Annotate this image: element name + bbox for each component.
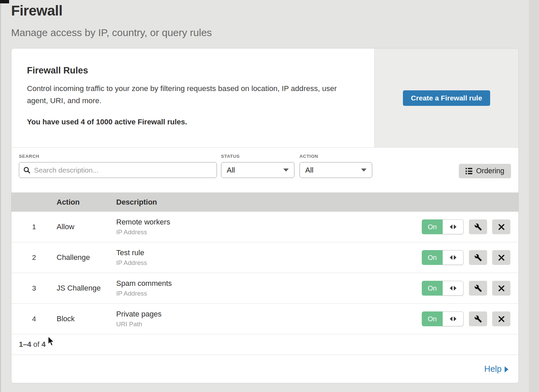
action-dropdown-value: All [305, 166, 313, 175]
table-row: 1 Allow Remote workers IP Address On [11, 212, 518, 242]
rule-description: Remote workers [116, 218, 422, 227]
rule-action: JS Challenge [57, 284, 116, 293]
create-rule-panel: Create a Firewall rule [374, 49, 518, 147]
rule-enable-toggle[interactable]: On [422, 281, 464, 296]
wrench-icon [474, 223, 482, 231]
rule-description-cell: Private pages URI Path [116, 310, 422, 328]
toggle-arrows-icon [443, 281, 464, 296]
page-right-edge [529, 0, 539, 392]
rule-description-cell: Remote workers IP Address [116, 218, 422, 236]
rule-match-type: URI Path [116, 321, 422, 328]
close-icon [498, 315, 505, 323]
toggle-arrows-icon [443, 250, 464, 265]
edit-rule-button[interactable] [469, 250, 487, 265]
status-dropdown[interactable]: All [221, 162, 294, 178]
rule-priority: 4 [11, 315, 57, 323]
rule-action: Allow [57, 222, 116, 231]
page-title: Firewall [11, 3, 212, 19]
delete-rule-button[interactable] [492, 219, 510, 234]
rule-controls: On [422, 219, 518, 234]
close-icon [498, 254, 505, 261]
status-label: STATUS [221, 154, 294, 159]
toggle-arrows-icon [443, 311, 464, 326]
rule-priority: 1 [11, 223, 57, 231]
search-label: SEARCH [19, 154, 217, 159]
create-firewall-rule-button[interactable]: Create a Firewall rule [403, 90, 490, 106]
rule-controls: On [422, 311, 518, 326]
status-dropdown-value: All [227, 166, 235, 175]
screen-corner-notch [0, 0, 9, 3]
close-icon [498, 223, 505, 231]
delete-rule-button[interactable] [492, 281, 510, 296]
toggle-on-label: On [422, 281, 443, 296]
search-icon [23, 167, 30, 174]
toggle-on-label: On [422, 250, 443, 265]
delete-rule-button[interactable] [492, 250, 510, 265]
help-arrow-icon [505, 366, 508, 372]
rule-action: Challenge [57, 253, 116, 262]
rule-enable-toggle[interactable]: On [422, 219, 464, 234]
status-group: STATUS All [221, 154, 294, 178]
page-header: Firewall Manage access by IP, country, o… [11, 3, 212, 38]
rule-action: Block [57, 314, 116, 323]
search-group: SEARCH [19, 154, 217, 178]
wrench-icon [474, 284, 482, 292]
toggle-on-label: On [422, 219, 443, 234]
rule-description-cell: Spam comments IP Address [116, 279, 422, 297]
toggle-arrows-icon [443, 219, 464, 234]
toggle-on-label: On [422, 311, 443, 326]
filter-bar: SEARCH STATUS All ACTION All [11, 148, 518, 192]
table-row: 4 Block Private pages URI Path On [11, 304, 518, 334]
firewall-rules-card: Firewall Rules Control incoming traffic … [11, 48, 519, 383]
rules-summary-text: Firewall Rules Control incoming traffic … [11, 49, 374, 147]
pagination-of: of [31, 340, 42, 349]
page-left-edge [0, 0, 1, 392]
card-footer: Help [11, 355, 518, 383]
rule-controls: On [422, 281, 518, 296]
description-column-header: Description [116, 198, 518, 207]
wrench-icon [474, 254, 482, 262]
rules-usage-note: You have used 4 of 1000 active Firewall … [27, 118, 359, 126]
rule-enable-toggle[interactable]: On [422, 250, 464, 265]
rule-description: Private pages [116, 310, 422, 319]
close-icon [498, 285, 505, 292]
table-row: 3 JS Challenge Spam comments IP Address … [11, 273, 518, 304]
edit-rule-button[interactable] [469, 219, 487, 234]
edit-rule-button[interactable] [469, 281, 487, 296]
rule-description: Test rule [116, 248, 422, 257]
search-input[interactable] [19, 162, 217, 178]
edit-rule-button[interactable] [469, 311, 487, 326]
rule-match-type: IP Address [116, 229, 422, 236]
ordered-list-icon [466, 168, 473, 174]
help-link-label: Help [484, 364, 502, 374]
ordering-button[interactable]: Ordering [459, 164, 511, 178]
wrench-icon [474, 315, 482, 323]
pagination: 1–4 of 4 [11, 334, 518, 355]
help-link[interactable]: Help [484, 364, 508, 374]
rule-enable-toggle[interactable]: On [422, 311, 464, 326]
delete-rule-button[interactable] [492, 311, 510, 326]
action-column-header: Action [57, 198, 116, 207]
rule-description: Spam comments [116, 279, 422, 288]
rule-match-type: IP Address [116, 259, 422, 267]
pagination-total: 4 [41, 340, 45, 349]
rule-description-cell: Test rule IP Address [116, 248, 422, 267]
chevron-down-icon [283, 169, 289, 172]
action-label: ACTION [299, 154, 372, 159]
search-field-wrap [19, 162, 217, 178]
rule-priority: 2 [11, 253, 57, 262]
action-group: ACTION All [299, 154, 372, 178]
table-row: 2 Challenge Test rule IP Address On [11, 242, 518, 273]
rule-priority: 3 [11, 284, 57, 292]
rules-heading: Firewall Rules [27, 65, 359, 76]
ordering-button-label: Ordering [476, 167, 504, 175]
pagination-range: 1–4 [19, 340, 31, 349]
rule-match-type: IP Address [116, 290, 422, 297]
rules-description: Control incoming traffic to your zone by… [27, 83, 345, 107]
rules-summary-section: Firewall Rules Control incoming traffic … [11, 49, 518, 148]
rule-controls: On [422, 250, 518, 265]
table-header: Action Description [11, 192, 518, 212]
chevron-down-icon [361, 169, 367, 172]
page-subtitle: Manage access by IP, country, or query r… [11, 27, 212, 38]
action-dropdown[interactable]: All [299, 162, 372, 178]
